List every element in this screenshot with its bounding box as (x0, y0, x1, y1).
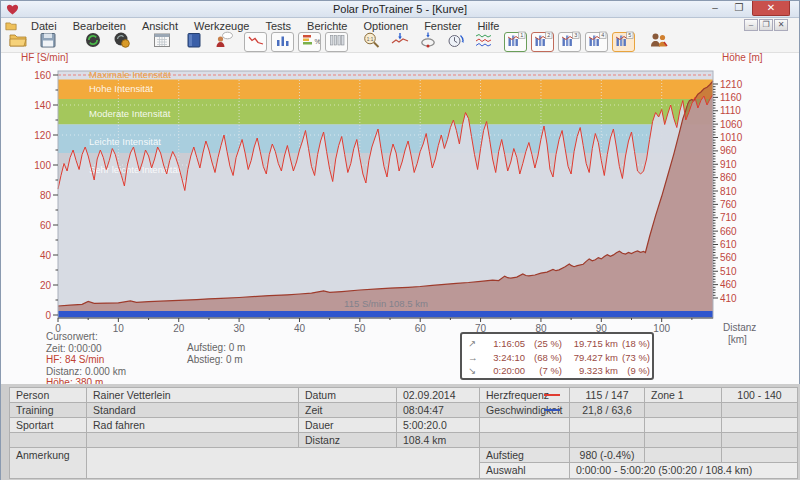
lap-times-view-button[interactable] (325, 32, 348, 52)
zoom-1to1-icon: 1:1 (362, 31, 382, 53)
label-Distanz: Distanz (299, 433, 397, 448)
summary-table: PersonRainer VetterleinTrainingStandardS… (9, 387, 798, 479)
lap-times-view-icon (327, 31, 347, 53)
label-Datum: Datum (299, 388, 397, 403)
close-button[interactable]: ✕ (752, 1, 790, 16)
value-Person: Rainer Vetterlein (87, 388, 299, 403)
svg-text:120: 120 (34, 130, 51, 141)
label-Person: Person (10, 388, 87, 403)
multi-curves-button[interactable] (472, 32, 495, 52)
svg-text:0: 0 (45, 310, 51, 321)
svg-text:20: 20 (173, 323, 185, 334)
view-1-button[interactable]: 1 (504, 32, 527, 52)
zone-percent-view-button[interactable]: % (298, 32, 321, 52)
view-2-button[interactable]: 2 (531, 32, 554, 52)
view-5-button[interactable]: 5 (612, 32, 635, 52)
descent-line: Abstieg: 0 m (187, 354, 245, 366)
svg-text:710: 710 (720, 212, 737, 223)
label-Auswahl: Auswahl (480, 463, 570, 479)
transfer-receive-icon (83, 31, 103, 53)
svg-text:610: 610 (720, 239, 737, 250)
stats-value: 19.715 km (562, 337, 618, 351)
open-folder-button[interactable] (6, 32, 29, 52)
transfer-receive-button[interactable] (81, 32, 104, 52)
svg-text:1010: 1010 (720, 132, 743, 143)
value-Training: Standard (87, 403, 299, 418)
cursor-line: HF: 84 S/min (46, 354, 126, 366)
save-icon (38, 31, 58, 53)
stats-value: (73 %) (618, 351, 650, 365)
label-zone (645, 433, 722, 448)
restore-button[interactable]: ❐ (728, 1, 750, 16)
person-data-button[interactable] (212, 32, 235, 52)
transfer-send-button[interactable] (110, 32, 133, 52)
label-Sportart: Sportart (10, 418, 87, 433)
calendar-icon (152, 31, 172, 53)
curve-marker-button[interactable] (388, 32, 411, 52)
svg-text:660: 660 (720, 226, 737, 237)
toolbar: %1:112345 (1, 32, 799, 53)
view-3-button[interactable]: 3 (558, 32, 581, 52)
svg-text:40: 40 (40, 250, 52, 261)
value-Anmerkung (87, 448, 480, 479)
value-Datum: 02.09.2014 (397, 388, 480, 403)
persons-button[interactable] (647, 32, 670, 52)
svg-text:Distanz: Distanz (723, 322, 756, 333)
curve-view-icon (246, 31, 266, 53)
svg-text:[km]: [km] (728, 334, 747, 345)
svg-text:100: 100 (653, 323, 670, 334)
value-empty (570, 418, 645, 433)
stats-value: 0:20:00 (481, 364, 525, 378)
value-zone-range (722, 403, 798, 418)
mdi-restore-button[interactable]: ❐ (759, 19, 773, 31)
zone-percent-view-icon: % (300, 31, 320, 53)
save-button[interactable] (36, 32, 59, 52)
cursor-value-panel: Cursorwert: Zeit: 0:00:00HF: 84 S/minDis… (46, 331, 126, 389)
view-4-button[interactable]: 4 (585, 32, 608, 52)
ascent-panel: Aufstieg: 0 m Abstieg: 0 m (187, 342, 245, 365)
curve-marker-icon (390, 31, 410, 53)
label-Anmerkung: Anmerkung (10, 448, 87, 479)
mdi-minimize-button[interactable]: – (744, 19, 758, 31)
zoom-1to1-button[interactable]: 1:1 (360, 32, 383, 52)
svg-text:1060: 1060 (720, 119, 743, 130)
summary-area: PersonRainer VetterleinTrainingStandardS… (1, 384, 800, 480)
person-data-icon (214, 31, 234, 53)
diary-button[interactable] (182, 32, 205, 52)
menu-bar: DateiBearbeitenAnsichtWerkzeugeTestsBeri… (1, 18, 799, 32)
time-scale-button[interactable] (444, 32, 467, 52)
label-zone: Zone 1 (645, 388, 722, 403)
value-Dauer: 5:00:20.0 (397, 418, 480, 433)
value-Auswahl: 0:00:00 - 5:00:20 (5:00:20 / 108.4 km) (570, 463, 798, 479)
calendar-button[interactable] (150, 32, 173, 52)
bar-chart-view-icon (273, 31, 293, 53)
curve-view-button[interactable] (244, 32, 267, 52)
svg-text:810: 810 (720, 186, 737, 197)
lap-loop-button[interactable] (416, 32, 439, 52)
label-empty (480, 418, 570, 433)
value-empty (570, 433, 645, 448)
stats-row: ↘0:20:00(7 %)9.323 km(9 %) (468, 364, 646, 378)
stats-value: 79.427 km (562, 351, 618, 365)
svg-text:760: 760 (720, 199, 737, 210)
stats-value: 1:16:05 (481, 337, 525, 351)
selection-stats-box: ↗1:16:05(25 %)19.715 km(18 %)→3:24:10(68… (460, 332, 654, 380)
svg-text:50: 50 (354, 323, 366, 334)
svg-text:2: 2 (547, 32, 550, 38)
table-cell (645, 448, 722, 463)
svg-text:1: 1 (520, 32, 523, 38)
stats-value: (18 %) (618, 337, 650, 351)
svg-text:Leichte Intensität: Leichte Intensität (89, 136, 161, 147)
open-folder-icon (8, 31, 28, 53)
time-scale-icon (446, 31, 466, 53)
stats-value: (25 %) (525, 337, 562, 351)
svg-text:960: 960 (720, 145, 737, 156)
bar-chart-view-button[interactable] (271, 32, 294, 52)
ascent-line: Aufstieg: 0 m (187, 342, 245, 354)
stats-value: (68 %) (525, 351, 562, 365)
minimize-button[interactable]: – (704, 1, 726, 16)
svg-text:30: 30 (234, 323, 246, 334)
mdi-close-button[interactable]: ✕ (774, 19, 788, 31)
svg-text:460: 460 (720, 279, 737, 290)
label-Dauer: Dauer (299, 418, 397, 433)
